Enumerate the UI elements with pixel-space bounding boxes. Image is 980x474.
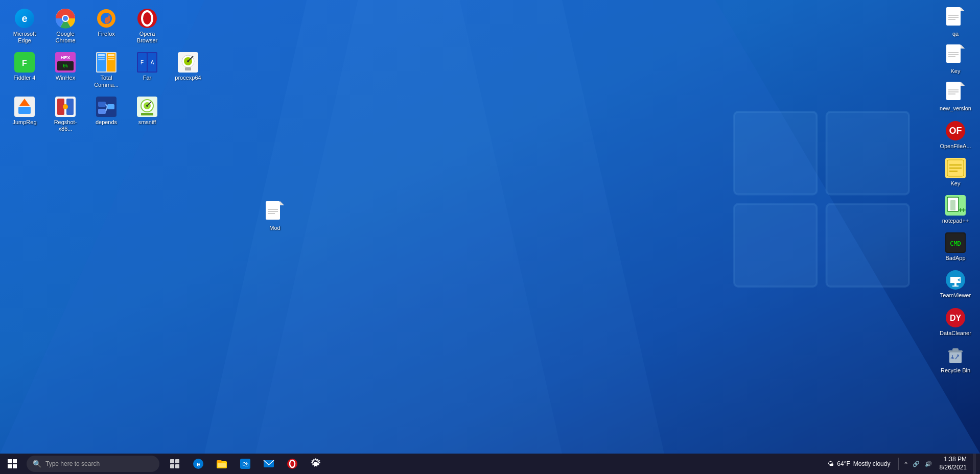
taskbar-clock[interactable]: 1:38 PM 8/26/2021 [936, 456, 971, 471]
notepadpp-icon[interactable]: + + notepad++ [936, 192, 975, 227]
svg-marker-71 [961, 7, 965, 11]
edge-taskbar-icon[interactable]: e [187, 454, 209, 474]
badapp-icon[interactable]: CMD BadApp [936, 229, 975, 265]
taskbar-search[interactable]: 🔍 Type here to search [27, 456, 159, 472]
svg-text:DY: DY [950, 314, 962, 322]
svg-marker-83 [961, 82, 965, 86]
svg-rect-32 [108, 59, 114, 60]
taskbar: 🔍 Type here to search e [0, 454, 980, 474]
browser-icons-row: e Microsoft Edge [5, 5, 207, 47]
mail-taskbar-icon[interactable] [258, 454, 280, 474]
svg-rect-113 [175, 459, 179, 463]
svg-rect-28 [98, 57, 105, 58]
svg-text:F: F [141, 60, 144, 65]
svg-rect-105 [949, 352, 962, 363]
svg-rect-81 [946, 82, 961, 100]
smsniff-icon[interactable]: smsniff [128, 93, 167, 135]
opera-browser-icon[interactable]: Opera Browser [128, 5, 167, 47]
fiddler4-icon[interactable]: F Fiddler 4 [5, 49, 44, 91]
svg-point-13 [63, 16, 68, 21]
google-chrome-icon[interactable]: Google Chrome [46, 5, 85, 47]
key1-file-icon[interactable]: Key [936, 42, 975, 78]
svg-rect-63 [266, 201, 280, 220]
systray-expand[interactable]: ^ [903, 461, 908, 467]
systray-network[interactable]: 🔗 [911, 461, 921, 467]
weather-temp: 64°F [837, 460, 850, 467]
svg-rect-31 [108, 57, 114, 58]
far-icon[interactable]: F A Far [128, 49, 167, 91]
taskbar-pinned-apps: e 🛍 [164, 454, 327, 474]
search-icon: 🔍 [33, 460, 41, 468]
show-desktop-button[interactable] [973, 454, 976, 474]
svg-rect-29 [98, 59, 105, 60]
svg-rect-52 [98, 102, 106, 107]
svg-rect-4 [734, 112, 817, 195]
svg-rect-43 [185, 67, 191, 70]
svg-text:🛍: 🛍 [242, 460, 249, 468]
svg-text:e: e [21, 13, 27, 24]
svg-rect-53 [98, 109, 106, 114]
microsoft-edge-icon[interactable]: e Microsoft Edge [5, 5, 44, 47]
key2-icon[interactable]: Key [936, 155, 975, 190]
svg-point-42 [187, 60, 189, 62]
taskbar-systray: ^ 🔗 🔊 [903, 461, 933, 467]
svg-rect-54 [107, 104, 114, 109]
taskbar-time-display: 1:38 PM [944, 456, 967, 464]
svg-marker-3 [255, 0, 562, 454]
weather-condition: Mostly cloudy [853, 460, 891, 467]
store-taskbar-icon[interactable]: 🛍 [234, 454, 256, 474]
systray-volume[interactable]: 🔊 [923, 461, 934, 467]
svg-rect-27 [98, 54, 105, 56]
taskbar-right: 🌤 64°F Mostly cloudy ^ 🔗 🔊 1:38 PM 8/26/… [824, 454, 980, 474]
svg-rect-119 [217, 460, 222, 463]
file-explorer-taskbar-icon[interactable] [211, 454, 233, 474]
tools-row2: JumpReg Regshot-x86... [5, 93, 207, 135]
qa-file-icon[interactable]: qa [936, 5, 975, 40]
windows-logo-watermark [725, 92, 919, 306]
svg-rect-115 [175, 464, 179, 468]
svg-text:+: + [962, 206, 966, 214]
tools-row1: F Fiddler 4 HEX 6% WinHex [5, 49, 207, 91]
procexp64-icon[interactable]: procexp64 [169, 49, 207, 91]
taskbar-weather[interactable]: 🌤 64°F Mostly cloudy [824, 460, 894, 467]
openfile-icon[interactable]: OF OpenFileA... [936, 117, 975, 153]
svg-rect-109 [13, 459, 17, 463]
svg-rect-7 [827, 204, 909, 287]
desktop: e Microsoft Edge [0, 0, 980, 454]
svg-rect-5 [827, 112, 909, 195]
svg-rect-62 [141, 113, 153, 115]
datacleaner-icon[interactable]: DY DataCleaner [936, 304, 975, 340]
svg-text:CMD: CMD [950, 240, 961, 247]
taskbar-separator1 [898, 458, 899, 470]
jumpreg-icon[interactable]: JumpReg [5, 93, 44, 135]
svg-marker-65 [280, 201, 284, 205]
regshot-icon[interactable]: Regshot-x86... [46, 93, 85, 135]
svg-text:e: e [197, 461, 200, 468]
recycle-bin-icon[interactable]: Recycle Bin [936, 342, 975, 377]
total-commander-icon[interactable]: Total Comma... [87, 49, 126, 91]
depends-icon[interactable]: depends [87, 93, 126, 135]
svg-rect-110 [8, 464, 12, 468]
mod-file-icon[interactable]: Mod [255, 199, 294, 234]
svg-rect-120 [218, 463, 226, 467]
opera-taskbar-icon[interactable] [281, 454, 304, 474]
svg-point-61 [146, 105, 148, 107]
task-view-button[interactable] [164, 454, 186, 474]
svg-rect-75 [946, 44, 961, 63]
svg-marker-77 [961, 44, 965, 49]
svg-point-50 [63, 104, 68, 109]
winhex-icon[interactable]: HEX 6% WinHex [46, 49, 85, 91]
teamviewer-icon[interactable]: TeamViewer [936, 267, 975, 302]
settings-taskbar-icon[interactable] [305, 454, 327, 474]
svg-rect-45 [18, 107, 31, 114]
new-version-file-icon[interactable]: new_version [936, 80, 975, 115]
start-button[interactable] [0, 454, 25, 474]
search-placeholder: Type here to search [45, 460, 100, 467]
firefox-icon[interactable]: Firefox [87, 5, 126, 47]
svg-rect-30 [108, 54, 114, 56]
taskbar-date-display: 8/26/2021 [940, 464, 967, 472]
svg-text:A: A [151, 60, 154, 65]
svg-rect-108 [8, 459, 12, 463]
svg-rect-114 [170, 464, 174, 468]
svg-text:HEX: HEX [61, 55, 71, 60]
